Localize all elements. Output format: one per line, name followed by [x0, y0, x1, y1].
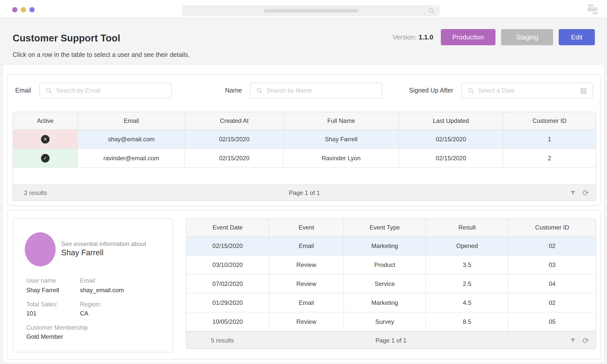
- field-value-membership: Gold Member: [26, 333, 63, 340]
- field-value-email: shay_email.com: [80, 287, 124, 294]
- profile-intro: See essential information about: [61, 240, 146, 247]
- search-icon: [256, 87, 263, 94]
- events-table-row[interactable]: 02/15/2020 Email Marketing Opened 02: [186, 237, 596, 256]
- events-table-row[interactable]: 01/29/2020 Email Marketing 4.5 02: [186, 293, 596, 312]
- calendar-icon[interactable]: [579, 86, 588, 95]
- cell-result: 2.5: [426, 275, 509, 293]
- cell-customer-id: 1: [503, 130, 596, 149]
- production-button[interactable]: Production: [441, 29, 495, 45]
- cell-event-type: Product: [344, 256, 426, 275]
- users-table-body: ✕ shay@email.com 02/15/2020 Shay Farrell…: [13, 130, 596, 168]
- users-table-header-cell: Customer ID: [503, 112, 596, 130]
- cell-event-date: 03/10/2020: [186, 256, 269, 275]
- status-icon: ✕: [41, 135, 50, 144]
- users-table-row[interactable]: ✓ ravinder@email.com 02/15/2020 Ravinder…: [13, 149, 596, 168]
- window-dot-1[interactable]: [12, 7, 17, 12]
- users-table-header-cell: Last Updated: [399, 112, 504, 130]
- users-table-empty-area: [13, 168, 596, 184]
- window-menu-icon[interactable]: [587, 4, 600, 15]
- signed-up-after-date-input[interactable]: Select a Date: [461, 83, 593, 98]
- email-filter-label: Email: [15, 87, 31, 94]
- events-table-header-cell: Result: [426, 219, 509, 237]
- search-icon: [46, 87, 52, 94]
- cell-event-date: 07/02/2020: [186, 275, 269, 293]
- window-dot-3[interactable]: [29, 7, 35, 12]
- edit-button[interactable]: Edit: [559, 29, 595, 45]
- cell-customer-id: 04: [509, 275, 596, 293]
- page-indicator: Page 1 of 1: [186, 337, 596, 344]
- version: Version: 1.1.0: [393, 33, 433, 41]
- profile-card: See essential information about Shay Far…: [13, 218, 173, 352]
- events-table-header-cell: Event Date: [186, 219, 269, 237]
- cell-result: 4.5: [426, 293, 509, 312]
- users-table-header-cell: Email: [78, 112, 185, 130]
- cell-customer-id: 02: [509, 237, 596, 256]
- cell-customer-id: 2: [503, 149, 596, 168]
- field-label-region: Region:: [80, 301, 101, 308]
- users-table-header-cell: Created At: [185, 112, 284, 130]
- cell-event: Email: [269, 293, 344, 312]
- browser-topbar: [0, 0, 607, 18]
- cell-email: shay@email.com: [78, 130, 185, 149]
- cell-event: Review: [269, 312, 344, 331]
- cell-event: Review: [269, 256, 344, 275]
- version-label: Version:: [393, 33, 416, 41]
- version-value: 1.1.0: [419, 33, 433, 41]
- cell-event-type: Marketing: [344, 293, 426, 312]
- page-title: Customer Support Tool: [13, 33, 120, 44]
- cell-event-type: Survey: [344, 312, 426, 331]
- refresh-icon[interactable]: ⟳: [582, 337, 589, 345]
- users-table-header-cell: Active: [13, 112, 78, 130]
- users-section: Email Search by Email Name Search by Nam…: [7, 74, 601, 206]
- events-table: Event DateEventEvent TypeResultCustomer …: [186, 218, 596, 349]
- cell-result: 3.5: [426, 256, 509, 275]
- name-filter-label: Name: [225, 87, 242, 94]
- email-filter-placeholder: Search by Email: [56, 87, 100, 94]
- cell-event-type: Service: [344, 275, 426, 293]
- search-icon: [467, 87, 474, 94]
- header-actions: Version: 1.1.0 Production Staging Edit: [393, 29, 595, 45]
- field-value-total-sales: 101: [26, 310, 36, 317]
- cell-customer-id: 03: [509, 256, 596, 275]
- cell-active: ✕: [13, 130, 78, 149]
- field-value-username: Shay Farrell: [26, 287, 59, 294]
- events-table-header-cell: Event Type: [344, 219, 426, 237]
- refresh-icon[interactable]: ⟳: [582, 189, 589, 197]
- address-placeholder-bar: [264, 9, 358, 12]
- cell-active: ✓: [13, 149, 78, 168]
- page-indicator: Page 1 of 1: [13, 189, 596, 196]
- field-label-total-sales: Total Sales:: [26, 301, 58, 308]
- events-table-row[interactable]: 03/10/2020 Review Product 3.5 03: [186, 256, 596, 275]
- cell-created-at: 02/15/2020: [185, 149, 284, 168]
- events-table-row[interactable]: 07/02/2020 Review Service 2.5 04: [186, 275, 596, 293]
- filter-icon[interactable]: [570, 337, 576, 344]
- events-table-header-cell: Customer ID: [509, 219, 596, 237]
- cell-event: Email: [269, 237, 344, 256]
- browser-address-bar[interactable]: [182, 5, 440, 16]
- cell-event: Review: [269, 275, 344, 293]
- events-table-footer: 5 results Page 1 of 1 ⟳: [186, 331, 596, 349]
- cell-event-date: 10/05/2020: [186, 312, 269, 331]
- users-table-footer: 2 results Page 1 of 1 ⟳: [13, 184, 596, 201]
- cell-full-name: Shay Farrell: [284, 130, 399, 149]
- events-table-row[interactable]: 10/05/2020 Review Survey 8.5 05: [186, 312, 596, 331]
- events-table-footer-icons: ⟳: [570, 332, 589, 349]
- staging-button[interactable]: Staging: [501, 29, 553, 45]
- cell-event-type: Marketing: [344, 237, 426, 256]
- filter-icon[interactable]: [570, 190, 576, 196]
- users-table: ActiveEmailCreated AtFull NameLast Updat…: [13, 112, 596, 201]
- name-filter-input[interactable]: Search by Name: [250, 83, 382, 98]
- cell-event-date: 02/15/2020: [186, 237, 269, 256]
- email-filter-input[interactable]: Search by Email: [39, 83, 172, 98]
- page-subtitle: Click on a row in the table to select a …: [13, 51, 190, 58]
- field-label-username: User name: [26, 277, 56, 284]
- cell-customer-id: 05: [509, 312, 596, 331]
- cell-result: 8.5: [426, 312, 509, 331]
- details-section: See essential information about Shay Far…: [7, 210, 601, 359]
- window-dot-2[interactable]: [21, 7, 26, 12]
- users-table-row[interactable]: ✕ shay@email.com 02/15/2020 Shay Farrell…: [13, 130, 596, 149]
- users-table-footer-icons: ⟳: [570, 185, 589, 201]
- date-filter-placeholder: Select a Date: [478, 87, 514, 94]
- search-icon: [428, 7, 435, 14]
- field-label-email: Email: [80, 277, 95, 284]
